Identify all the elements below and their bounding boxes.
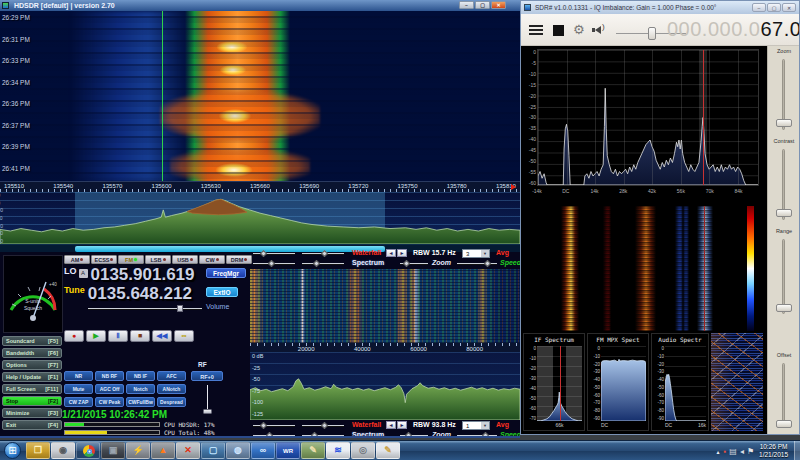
avg-count-dropdown[interactable]: 1▼ (462, 421, 490, 430)
fan-app-icon[interactable]: ◎ (351, 442, 375, 459)
maximize-button[interactable]: ▢ (767, 3, 781, 12)
rbw-increase-button[interactable]: ► (397, 249, 407, 257)
minimize-button[interactable]: Minimize[F3] (2, 408, 62, 418)
show-desktop-button[interactable] (794, 441, 800, 460)
mode-usb-button[interactable]: USB (172, 255, 198, 264)
rf-gain-slider[interactable] (203, 385, 212, 413)
image-editor-icon[interactable]: ✎ (301, 442, 325, 459)
sdrsharp-titlebar[interactable]: SDR# v1.0.0.1331 - IQ Imbalance: Gain = … (521, 1, 799, 14)
rewind-button[interactable]: ◀◀ (152, 330, 172, 342)
mode-fm-button[interactable]: FM (118, 255, 144, 264)
waterfall-contrast-slider[interactable] (302, 422, 344, 429)
winradio-hd-icon[interactable]: WR (276, 442, 300, 459)
soundcard-button[interactable]: Soundcard[F5] (2, 336, 62, 346)
draw-tool-icon[interactable]: ✎ (376, 442, 400, 459)
windows-explorer-icon[interactable]: ❐ (26, 442, 50, 459)
sdrsharp-icon[interactable]: ∞ (251, 442, 275, 459)
waterfall-brightness-slider[interactable] (253, 422, 295, 429)
loop-button[interactable]: ∞ (174, 330, 194, 342)
spectrum-range-slider[interactable] (253, 260, 295, 267)
hdsdr-af-waterfall[interactable] (250, 269, 520, 343)
dsp-cw-peak-button[interactable]: CW Peak (95, 397, 124, 407)
contrast-slider[interactable] (782, 149, 785, 220)
minimize-button[interactable]: – (459, 1, 474, 9)
maximize-button[interactable]: ▢ (475, 1, 490, 9)
if-spectrum-plot[interactable] (537, 346, 582, 421)
tray-network-icon[interactable]: ▤ (729, 447, 737, 456)
dsp-anotch-button[interactable]: ANotch (157, 384, 186, 394)
hdsdr-af-spectrum[interactable]: 0 dB-25-50-75-100-125 (250, 352, 520, 420)
dsp-cwfullbw-button[interactable]: CWFullBw (126, 397, 155, 407)
offset-slider[interactable] (782, 363, 785, 428)
close-x-app-icon[interactable]: ✕ (176, 442, 200, 459)
spectrum-offset-slider[interactable] (302, 432, 344, 438)
vfo-frequency-display[interactable]: 000.000.067.00 (667, 18, 799, 41)
zoom-slider[interactable] (400, 260, 428, 267)
mode-ecss-button[interactable]: ECSS (91, 255, 117, 264)
help-update-button[interactable]: Help / Update[F1] (2, 372, 62, 382)
stop-playback-button[interactable]: ■ (130, 330, 150, 342)
mode-drm-button[interactable]: DRM (226, 255, 252, 264)
remote-desktop-icon[interactable]: ▢ (201, 442, 225, 459)
bandwidth-button[interactable]: Bandwidth[F6] (2, 348, 62, 358)
burn-app-icon[interactable]: ▲ (151, 442, 175, 459)
sdrsharp-spectrum[interactable] (537, 49, 759, 186)
taskbar-clock[interactable]: 10:26 PM 1/21/2015 (759, 443, 788, 459)
dsp-despread-button[interactable]: Despread (157, 397, 186, 407)
avg-count-dropdown[interactable]: 3▼ (462, 249, 490, 258)
dsp-nb-if-button[interactable]: NB IF (126, 371, 155, 381)
exit-button[interactable]: Exit[F4] (2, 420, 62, 430)
minimize-button[interactable]: – (752, 3, 766, 12)
audio-volume-handle[interactable] (648, 27, 656, 40)
gear-icon[interactable]: ⚙ (573, 22, 585, 37)
route-app-icon[interactable]: ≋ (326, 442, 350, 459)
extio-button[interactable]: ExtIO (206, 287, 238, 297)
play-button[interactable]: ▶ (86, 330, 106, 342)
close-button[interactable]: ✕ (782, 3, 796, 12)
speed-slider[interactable] (457, 432, 497, 438)
rf-gain-slider-handle[interactable] (203, 409, 212, 414)
chrome-icon[interactable] (76, 442, 100, 459)
sdrsharp-waterfall[interactable] (523, 206, 746, 331)
hdsdr-frequency-scale[interactable]: 1355101355401355701356001356301356601356… (0, 181, 520, 192)
tune-frequency-value[interactable]: 0135.648.212 (88, 284, 192, 303)
options-button[interactable]: Options[F7] (2, 360, 62, 370)
tray-app-icon[interactable]: ▪ (723, 447, 726, 456)
close-button[interactable]: ✕ (491, 1, 506, 9)
waterfall-brightness-slider[interactable] (253, 250, 295, 257)
dark-app-icon[interactable]: ▣ (101, 442, 125, 459)
mode-cw-button[interactable]: CW (199, 255, 225, 264)
dsp-notch-button[interactable]: Notch (126, 384, 155, 394)
audio-spectrum-plot[interactable] (665, 346, 706, 421)
zoom-slider-handle[interactable] (776, 119, 792, 127)
stop-button[interactable]: Stop[F2] (2, 396, 62, 406)
volume-slider[interactable] (88, 305, 202, 312)
spectrum-offset-slider[interactable] (302, 260, 344, 267)
dsp-agc-off-button[interactable]: AGC Off (95, 384, 124, 394)
hdsdr-main-waterfall[interactable]: 26:29 PM26:31 PM26:33 PM26:34 PM26:36 PM… (0, 11, 520, 181)
tray-volume-icon[interactable]: ◂ (740, 447, 744, 456)
freqmgr-button[interactable]: FreqMgr (206, 268, 246, 278)
mode-lsb-button[interactable]: LSB (145, 255, 171, 264)
tray-expand-icon[interactable]: ▴ (716, 448, 719, 455)
hdsdr-rf-spectrum[interactable]: -80-90-100-110-120-130-140 (0, 192, 520, 244)
hdsdr-titlebar[interactable]: HDSDR [default] | version 2.70 –▢✕ (0, 0, 520, 11)
range-slider[interactable] (782, 239, 785, 314)
offset-slider-handle[interactable] (776, 420, 792, 428)
rbw-increase-button[interactable]: ► (397, 421, 407, 429)
mode-am-button[interactable]: AM (64, 255, 90, 264)
pause-button[interactable]: Ⅱ (108, 330, 128, 342)
dsp-mute-button[interactable]: Mute (64, 384, 93, 394)
audio-waterfall[interactable] (711, 333, 763, 431)
mpx-spectrum-plot[interactable] (601, 346, 646, 421)
rbw-decrease-button[interactable]: ◄ (386, 249, 396, 257)
menu-icon[interactable] (529, 25, 543, 35)
full-screen-button[interactable]: Full Screen[F11] (2, 384, 62, 394)
spectrum-range-slider[interactable] (253, 432, 295, 438)
dsp-afc-button[interactable]: AFC (157, 371, 186, 381)
rbw-decrease-button[interactable]: ◄ (386, 421, 396, 429)
record-button[interactable]: ● (64, 330, 84, 342)
dsp-nr-button[interactable]: NR (64, 371, 93, 381)
dsp-cw-zap-button[interactable]: CW ZAP (64, 397, 93, 407)
speed-slider[interactable] (457, 260, 497, 267)
